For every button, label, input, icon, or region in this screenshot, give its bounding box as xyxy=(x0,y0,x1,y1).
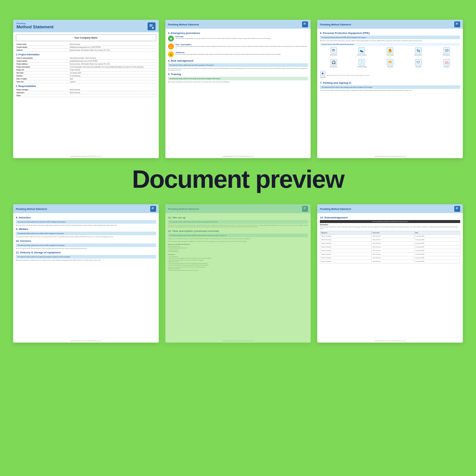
page3-icon xyxy=(454,21,460,27)
page5-content: 12. Site set up The statement below outl… xyxy=(165,213,311,274)
equipment-list-header: Equipment and Materials Required xyxy=(168,243,308,245)
ppe-helmet-icon: ⛑ xyxy=(330,47,337,54)
ppe-ear-icon: 🎧 xyxy=(330,59,337,66)
section14-title: 14. Acknowledgement xyxy=(320,216,460,219)
ppe-shield: 🛡 Face shield ✓ xyxy=(405,59,432,70)
section13-title: 13. Task description (continued overleaf… xyxy=(168,230,308,233)
section6-title: 6. Personal Protective Equipment (PPE) xyxy=(320,32,460,35)
other-ppe-row: ✚ Other PPE ✓ Add any other safety measu… xyxy=(320,71,460,80)
asbestos-text-block: Asbestos: In the event of discovering a … xyxy=(176,51,308,55)
table-row: Name Surname Name Surname 1st January 20… xyxy=(320,260,460,263)
document-page-1[interactable]: Plumbing Method Statement Your Company N… xyxy=(13,20,159,158)
procedures-header: Procedures xyxy=(168,254,308,255)
sig-print-3: Name Surname xyxy=(372,245,414,249)
svg-rect-5 xyxy=(304,23,306,23)
first-aid-item: ✚ First aid: There are will be currently… xyxy=(168,36,308,42)
ppe-respirator-icon: 🫁 xyxy=(443,59,450,66)
table-row: Name Surname Name Surname 1st January 20… xyxy=(320,238,460,241)
page4-content: 8. Induction The statement below outline… xyxy=(13,213,159,264)
sig-signature-3: Name Surname xyxy=(320,245,372,249)
top-pages-row: Plumbing Method Statement Your Company N… xyxy=(13,20,463,158)
ppe-highlight: The statement below outlines how PPE wil… xyxy=(320,36,460,39)
svg-rect-2 xyxy=(150,26,152,26)
document-page-3[interactable]: Plumbing Method Statement 6. Personal Pr… xyxy=(317,20,463,158)
page1-header-large: Method Statement xyxy=(16,24,54,29)
page2-footer: easyhealthandsafety.com | Simple, access… xyxy=(165,156,311,157)
table-row: Name Surname Name Surname 1st January 20… xyxy=(320,249,460,252)
sig-print-6: Name Surname xyxy=(372,256,414,260)
sig-date-1: 1st January 2024 xyxy=(414,238,460,241)
svg-rect-12 xyxy=(152,208,154,209)
equipment-list-items: • Air conditioning unit kit • Electrical… xyxy=(168,246,308,253)
sig-col-print: Print name xyxy=(372,231,414,234)
sig-signature-7: Name Surname xyxy=(320,260,372,263)
sig-col-signature: Signature xyxy=(320,231,372,234)
document-page-4[interactable]: Plumbing Method Statement 8. Induction T… xyxy=(13,204,159,343)
services-text: Services are agreed with the client repr… xyxy=(16,248,156,250)
ppe-helmet-check: ✓ xyxy=(320,56,347,58)
document-page-6[interactable]: Plumbing Method Statement 14. Acknowledg… xyxy=(317,204,463,343)
sig-signature-1: Name Surname xyxy=(320,238,372,241)
sig-date-4: 1st January 2024 xyxy=(414,249,460,252)
svg-rect-19 xyxy=(456,209,458,209)
page5-header: Plumbing Method Statement xyxy=(165,204,311,213)
svg-rect-7 xyxy=(304,24,305,25)
document-page-5[interactable]: Plumbing Method Statement 12. Site set u… xyxy=(165,204,311,343)
page6-footer: easyhealthandsafety.com | Simple, access… xyxy=(317,340,463,342)
ppe-hands: 🧤 Hand protection ✓ xyxy=(405,47,432,58)
sig-date-3: 1st January 2024 xyxy=(414,245,460,249)
ppe-footwear: 👟 Protective footwear ✓ xyxy=(348,47,376,58)
page6-content: 14. Acknowledgement * To be completed by… xyxy=(317,213,463,265)
declaration-title: Declaration: xyxy=(320,224,460,226)
page5-icon xyxy=(302,206,308,212)
company-name-text: Your Company Name xyxy=(74,37,98,39)
ppe-ear-check: ✓ xyxy=(320,68,347,70)
page6-icon xyxy=(454,206,460,212)
page6-header: Plumbing Method Statement xyxy=(317,204,463,213)
svg-rect-18 xyxy=(456,208,458,209)
page1-header: Plumbing Method Statement xyxy=(13,20,159,32)
training-text: All new starters will undergo an inducti… xyxy=(168,81,308,83)
page3-footer: easyhealthandsafety.com | Simple, access… xyxy=(317,156,463,157)
sig-date-2: 1st January 2024 xyxy=(414,241,460,245)
svg-rect-9 xyxy=(456,24,458,24)
ppe-clothing-check: ✓ xyxy=(348,68,376,70)
ppe-helmet: ⛑ Safety helmet ✓ xyxy=(320,47,347,58)
svg-point-4 xyxy=(152,27,154,29)
section2-title: 2. Responsibilities xyxy=(16,85,156,87)
overlay-label-container: Document preview xyxy=(0,165,476,193)
risk-highlight: The statement below outlines how risk wi… xyxy=(168,63,308,67)
task-objective: Objective: The main goal of this task is… xyxy=(168,238,308,240)
ppe-desc: All workers on this project will wear sa… xyxy=(320,40,460,42)
sig-signature-0: Name Surname xyxy=(320,234,372,238)
fire-evac-item: ⚠ Fire / evacuation: The site supervisor… xyxy=(168,43,308,49)
sig-signature-6: Name Surname xyxy=(320,256,372,260)
project-info-table: Client & representative:Client Business … xyxy=(16,57,156,83)
welfare-highlight: The statement below outlines how welfare… xyxy=(16,232,156,235)
table-row: Name Surname Name Surname 1st January 20… xyxy=(320,245,460,249)
page4-header-title: Plumbing Method Statement xyxy=(16,208,47,210)
page3-header-title: Plumbing Method Statement xyxy=(320,23,351,26)
sig-print-4: Name Surname xyxy=(372,249,414,252)
document-page-2[interactable]: Plumbing Method Statement 3. Emergency p… xyxy=(165,20,311,158)
table-row: Name Surname Name Surname 1st January 20… xyxy=(320,241,460,245)
overlay-label-text: Document preview xyxy=(132,165,344,193)
ppe-other: ✚ Other PPE ✓ xyxy=(320,71,325,80)
page2-header-title: Plumbing Method Statement xyxy=(168,23,199,26)
page5-header-title: Plumbing Method Statement xyxy=(168,208,199,210)
declaration-text: I have read and understood the contents … xyxy=(320,226,460,230)
page4-icon xyxy=(150,206,156,212)
fire-evac-icon: ⚠ xyxy=(168,43,174,49)
sig-date-5: 1st January 2024 xyxy=(414,252,460,256)
page1-content: Your Company Name Contact name:Name Surn… xyxy=(13,32,159,101)
section8-title: 8. Induction xyxy=(16,216,156,219)
svg-rect-1 xyxy=(150,25,153,26)
ppe-footwear-icon: 👟 xyxy=(358,47,365,54)
ppe-other-icon: ✚ xyxy=(320,71,325,76)
ppe-glasses: 🥽 Safety glasses ✓ xyxy=(433,47,460,58)
page1-footer: easyhealthandsafety.com | Simple, access… xyxy=(13,156,159,157)
first-aid-icon: ✚ xyxy=(168,36,174,42)
svg-rect-17 xyxy=(456,208,458,208)
sig-print-0: Name Surname xyxy=(372,234,414,238)
page1-icon xyxy=(148,22,155,30)
